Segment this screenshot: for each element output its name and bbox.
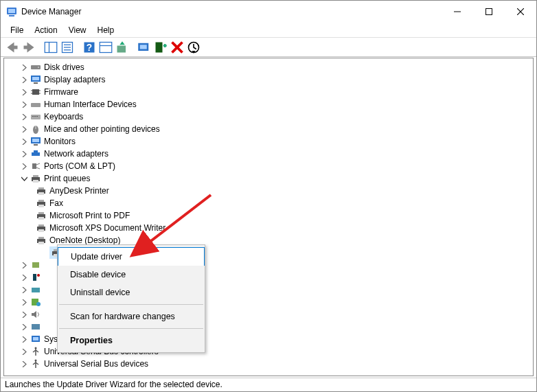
printer-icon xyxy=(36,211,47,220)
chevron-down-icon[interactable] xyxy=(19,174,29,183)
chevron-right-icon[interactable] xyxy=(19,334,29,344)
chevron-right-icon[interactable] xyxy=(19,161,29,171)
chevron-right-icon[interactable] xyxy=(19,149,29,159)
tree-node-network[interactable]: Network adapters xyxy=(4,148,533,160)
menu-help[interactable]: Help xyxy=(92,24,120,36)
svg-rect-41 xyxy=(34,144,38,146)
chevron-right-icon[interactable] xyxy=(19,297,29,307)
software-icon xyxy=(30,297,41,307)
tree-node-usb-devices[interactable]: Universal Serial Bus devices xyxy=(4,358,533,370)
chevron-right-icon[interactable] xyxy=(19,137,29,146)
back-button[interactable] xyxy=(5,40,20,55)
context-menu-scan-hardware[interactable]: Scan for hardware changes xyxy=(58,308,205,325)
chevron-right-icon[interactable] xyxy=(19,285,29,295)
chevron-right-icon[interactable] xyxy=(19,347,29,356)
tree-node-fax[interactable]: Fax xyxy=(4,197,533,209)
uninstall-button[interactable] xyxy=(170,40,185,55)
chevron-right-icon[interactable] xyxy=(19,310,29,319)
tree-node-msprint-pdf[interactable]: Microsoft Print to PDF xyxy=(4,209,533,222)
window-title: Device Manager xyxy=(21,7,442,16)
chevron-right-icon[interactable] xyxy=(19,75,29,84)
update-driver-button[interactable] xyxy=(115,40,130,55)
close-button[interactable] xyxy=(505,1,536,23)
system-icon xyxy=(30,334,41,344)
maximize-button[interactable] xyxy=(473,1,505,23)
svg-rect-2 xyxy=(8,9,15,13)
tree-node-msxps[interactable]: Microsoft XPS Document Writer xyxy=(4,222,533,234)
minimize-button[interactable] xyxy=(442,1,473,23)
chevron-right-icon[interactable] xyxy=(19,273,29,282)
tree-node-anydesk-printer[interactable]: AnyDesk Printer xyxy=(4,185,533,197)
menu-action[interactable]: Action xyxy=(29,24,62,36)
context-menu-uninstall-device[interactable]: Uninstall device xyxy=(58,284,205,301)
tree-node-mice[interactable]: Mice and other pointing devices xyxy=(4,123,533,135)
toolbar-separator xyxy=(76,40,80,55)
tree-label: Microsoft Print to PDF xyxy=(49,209,130,222)
context-menu: Update driver Disable device Uninstall d… xyxy=(57,244,205,353)
svg-rect-50 xyxy=(38,192,44,195)
chevron-right-icon[interactable] xyxy=(19,359,29,369)
chevron-right-icon[interactable] xyxy=(19,87,29,97)
chip-icon xyxy=(30,87,41,97)
chevron-right-icon[interactable] xyxy=(19,260,29,270)
svg-rect-26 xyxy=(34,82,38,84)
svg-rect-7 xyxy=(45,42,57,52)
chevron-right-icon[interactable] xyxy=(19,100,29,109)
app-icon xyxy=(6,6,17,17)
chevron-right-icon[interactable] xyxy=(19,62,29,72)
printer-icon xyxy=(36,186,47,196)
statusbar: Launches the Update Driver Wizard for th… xyxy=(1,378,536,391)
tree-label: Human Interface Devices xyxy=(44,98,137,111)
svg-point-75 xyxy=(35,347,37,349)
tree-label: Monitors xyxy=(44,135,76,148)
svg-rect-62 xyxy=(38,242,44,244)
svg-rect-56 xyxy=(38,217,44,220)
security-icon xyxy=(30,273,41,282)
chip-icon xyxy=(30,260,41,270)
tree-label: Display adapters xyxy=(44,73,105,86)
context-menu-update-driver[interactable]: Update driver xyxy=(58,247,205,266)
svg-rect-42 xyxy=(32,152,40,156)
svg-rect-43 xyxy=(34,150,38,152)
help-button[interactable]: ? xyxy=(82,40,97,55)
usb-icon xyxy=(30,347,41,356)
tree-label: Universal Serial Bus devices xyxy=(44,358,148,370)
add-hardware-button[interactable] xyxy=(153,40,168,55)
tree-node-keyboards[interactable]: Keyboards xyxy=(4,111,533,123)
display-icon xyxy=(30,75,41,84)
menu-file[interactable]: File xyxy=(5,24,29,36)
svg-rect-53 xyxy=(38,205,44,207)
window-buttons xyxy=(442,1,536,23)
svg-point-23 xyxy=(38,67,39,68)
svg-rect-44 xyxy=(32,163,36,169)
svg-text:?: ? xyxy=(87,43,92,53)
tree-node-print-queues[interactable]: Print queues xyxy=(4,172,533,185)
svg-rect-72 xyxy=(32,324,40,330)
tree-node-monitors[interactable]: Monitors xyxy=(4,135,533,148)
chevron-right-icon[interactable] xyxy=(19,322,29,332)
tree-node-disk-drives[interactable]: Disk drives xyxy=(4,61,533,73)
printer-icon xyxy=(30,174,41,183)
tree-label: AnyDesk Printer xyxy=(49,185,109,197)
svg-point-71 xyxy=(36,302,41,306)
menu-view[interactable]: View xyxy=(63,24,92,36)
svg-rect-46 xyxy=(33,175,38,177)
forward-button[interactable] xyxy=(21,40,36,55)
tree-node-ports[interactable]: Ports (COM & LPT) xyxy=(4,160,533,172)
context-menu-disable-device[interactable]: Disable device xyxy=(58,266,205,284)
svg-rect-35 xyxy=(34,116,36,117)
properties-button[interactable] xyxy=(60,40,75,55)
tree-node-firmware[interactable]: Firmware xyxy=(4,86,533,98)
chevron-right-icon[interactable] xyxy=(19,112,29,122)
scan-hardware-button[interactable] xyxy=(137,40,152,55)
tree-node-hid[interactable]: Human Interface Devices xyxy=(4,98,533,111)
svg-rect-47 xyxy=(33,180,38,183)
svg-rect-67 xyxy=(33,274,36,281)
chevron-right-icon[interactable] xyxy=(19,124,29,134)
context-menu-properties[interactable]: Properties xyxy=(58,332,205,349)
tree-node-display-adapters[interactable]: Display adapters xyxy=(4,73,533,86)
action-button[interactable] xyxy=(98,40,113,55)
disable-button[interactable] xyxy=(186,40,201,55)
show-hide-tree-button[interactable] xyxy=(43,40,58,55)
keyboard-icon xyxy=(30,112,41,122)
